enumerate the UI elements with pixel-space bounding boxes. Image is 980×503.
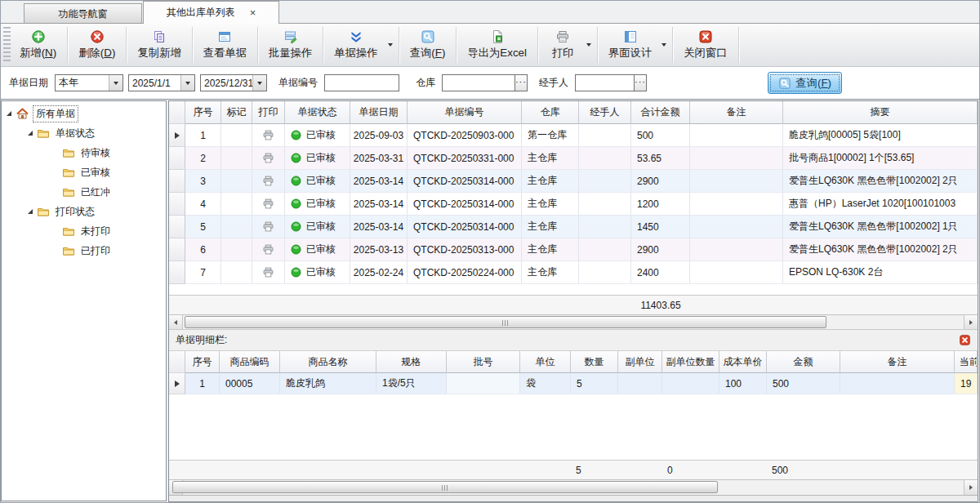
cell[interactable]: 脆皮乳鸽 bbox=[280, 373, 376, 394]
cell[interactable] bbox=[252, 147, 285, 170]
cell[interactable] bbox=[840, 373, 955, 394]
cell[interactable] bbox=[662, 373, 719, 394]
scrollbar-thumb[interactable] bbox=[172, 481, 718, 493]
tree-node-leaf[interactable]: 已审核 bbox=[2, 162, 166, 182]
cell[interactable] bbox=[690, 147, 783, 170]
column-header[interactable]: 标记 bbox=[221, 101, 252, 124]
cell[interactable]: 批号商品1[00002] 1个[53.65] bbox=[783, 147, 978, 170]
column-header[interactable]: 打印 bbox=[252, 101, 285, 124]
date-to-select[interactable]: 2025/12/31 bbox=[200, 74, 267, 91]
cell[interactable]: 1袋/5只 bbox=[376, 373, 447, 394]
cell[interactable]: 主仓库 bbox=[522, 193, 579, 216]
cell[interactable]: QTCKD-20250224-000 bbox=[408, 261, 522, 284]
column-header[interactable]: 副单位数量 bbox=[662, 351, 719, 373]
dropdown-button[interactable] bbox=[109, 75, 122, 91]
close-window-button[interactable]: 关闭窗口 bbox=[675, 24, 736, 66]
handler-browse-button[interactable]: ··· bbox=[634, 74, 647, 91]
column-header[interactable]: 序号 bbox=[185, 351, 220, 373]
cell[interactable]: 主仓库 bbox=[522, 238, 579, 261]
column-header[interactable]: 规格 bbox=[376, 351, 447, 373]
column-header[interactable]: 备注 bbox=[690, 101, 783, 124]
table-row[interactable]: 5已审核2025-03-14QTCKD-20250314-000主仓库1450爱… bbox=[169, 216, 978, 238]
cell[interactable]: 100 bbox=[719, 373, 767, 394]
cell[interactable]: 2 bbox=[185, 147, 221, 170]
cell[interactable] bbox=[221, 147, 252, 170]
column-header[interactable]: 成本单价 bbox=[719, 351, 767, 373]
scroll-right-button[interactable] bbox=[964, 480, 978, 495]
cell[interactable]: QTCKD-20250331-000 bbox=[408, 147, 522, 170]
cell[interactable] bbox=[579, 170, 631, 193]
column-header[interactable]: 数量 bbox=[571, 351, 618, 373]
cell[interactable]: 53.65 bbox=[631, 147, 690, 170]
cell[interactable]: QTCKD-20250314-000 bbox=[408, 193, 522, 216]
column-header[interactable]: 仓库 bbox=[522, 101, 579, 124]
query-button[interactable]: 查询(F) bbox=[768, 72, 842, 94]
cell[interactable]: 00005 bbox=[220, 373, 280, 394]
scroll-right-button[interactable] bbox=[964, 315, 978, 329]
cell[interactable] bbox=[690, 124, 783, 147]
cell[interactable] bbox=[252, 238, 285, 261]
cell[interactable]: 1 bbox=[185, 373, 220, 394]
cell[interactable] bbox=[447, 373, 520, 394]
date-preset-select[interactable]: 本年 bbox=[55, 74, 123, 91]
table-row[interactable]: 4已审核2025-03-14QTCKD-20250314-000主仓库1200惠… bbox=[169, 193, 978, 216]
table-row[interactable]: 6已审核2025-03-13QTCKD-20250313-000主仓库2900爱… bbox=[169, 238, 978, 261]
scroll-left-button[interactable] bbox=[169, 315, 183, 329]
cell[interactable] bbox=[252, 261, 285, 284]
dropdown-button[interactable] bbox=[252, 75, 266, 91]
tree-node-leaf[interactable]: 待审核 bbox=[2, 143, 166, 162]
export-excel-button[interactable]: 导出为Excel bbox=[458, 24, 536, 66]
order-no-input[interactable] bbox=[324, 74, 399, 91]
cell[interactable]: 4 bbox=[185, 193, 221, 216]
cell[interactable]: 2025-03-14 bbox=[350, 193, 408, 216]
table-row[interactable]: 3已审核2025-03-14QTCKD-20250314-000主仓库2900爱… bbox=[169, 170, 978, 193]
orders-h-scrollbar[interactable] bbox=[169, 315, 978, 330]
column-header[interactable]: 合计金额 bbox=[631, 101, 690, 124]
column-header[interactable]: 金额 bbox=[767, 351, 840, 373]
cell[interactable]: 1450 bbox=[631, 216, 690, 238]
order-ops-dropdown-button[interactable] bbox=[387, 24, 397, 66]
table-row[interactable]: 1已审核2025-09-03QTCKD-20250903-000第一仓库500脆… bbox=[169, 124, 978, 147]
print-dropdown-button[interactable] bbox=[586, 24, 595, 66]
cell[interactable]: QTCKD-20250903-000 bbox=[408, 124, 522, 147]
cell[interactable]: 2900 bbox=[631, 170, 690, 193]
cell[interactable]: 5 bbox=[571, 373, 618, 394]
cell[interactable]: 6 bbox=[185, 238, 221, 261]
column-header[interactable]: 单据日期 bbox=[350, 101, 408, 124]
column-header[interactable]: 备注 bbox=[840, 351, 955, 373]
cell[interactable]: 第一仓库 bbox=[522, 124, 579, 147]
cell[interactable]: 已审核 bbox=[285, 124, 350, 147]
column-header[interactable]: 副单位 bbox=[618, 351, 662, 373]
expander-icon[interactable] bbox=[28, 209, 33, 214]
detail-h-scrollbar[interactable] bbox=[169, 480, 978, 495]
cell[interactable] bbox=[579, 216, 631, 238]
expander-icon[interactable] bbox=[7, 111, 11, 116]
warehouse-input[interactable] bbox=[442, 74, 514, 91]
detail-close-button[interactable] bbox=[959, 334, 971, 346]
cell[interactable] bbox=[252, 216, 285, 238]
cell[interactable] bbox=[252, 193, 285, 216]
cell[interactable]: 已审核 bbox=[285, 238, 350, 261]
ui-design-dropdown-button[interactable] bbox=[661, 24, 670, 66]
cell[interactable]: 已审核 bbox=[285, 193, 350, 216]
cell[interactable]: 主仓库 bbox=[522, 261, 579, 284]
table-row[interactable]: 7已审核2025-02-24QTCKD-20250224-000主仓库2400E… bbox=[169, 261, 978, 284]
cell[interactable]: 已审核 bbox=[285, 261, 350, 284]
cell[interactable]: 500 bbox=[767, 373, 840, 394]
cell[interactable]: 已审核 bbox=[285, 170, 350, 193]
cell[interactable]: EPSON LQ-630K 2台 bbox=[783, 261, 978, 284]
dropdown-button[interactable] bbox=[180, 75, 194, 91]
handler-input[interactable] bbox=[575, 74, 634, 91]
cell[interactable] bbox=[579, 261, 631, 284]
cell[interactable] bbox=[221, 261, 252, 284]
date-from-select[interactable]: 2025/1/1 bbox=[128, 74, 195, 91]
cell[interactable] bbox=[690, 216, 783, 238]
cell[interactable]: 2025-03-31 bbox=[350, 147, 408, 170]
cell[interactable]: 已审核 bbox=[285, 216, 350, 238]
cell[interactable]: 5 bbox=[185, 216, 221, 238]
column-header[interactable]: 经手人 bbox=[579, 101, 631, 124]
copy-add-button[interactable]: 复制新增 bbox=[128, 24, 189, 66]
cell[interactable]: 2025-02-24 bbox=[350, 261, 408, 284]
cell[interactable]: 500 bbox=[631, 124, 690, 147]
column-header[interactable]: 序号 bbox=[185, 101, 221, 124]
